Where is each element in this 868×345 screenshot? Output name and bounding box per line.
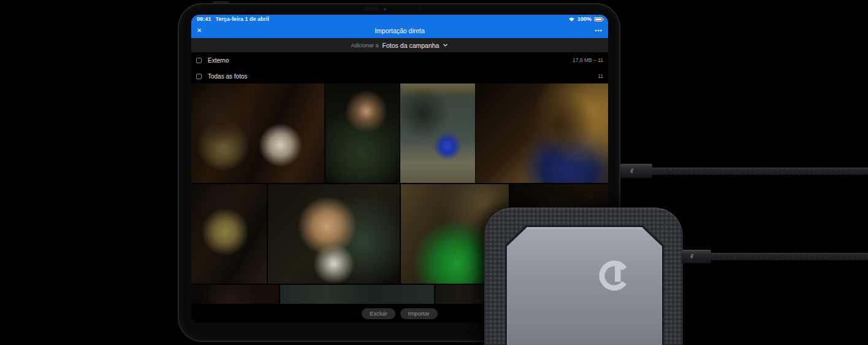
usb-connector-top [620,164,652,178]
photo-portrait-green-leather-coat[interactable] [326,83,400,183]
photo-portrait-golden-rock-wall[interactable] [476,83,608,183]
checkbox-all-photos[interactable] [196,74,202,79]
thunderbolt-icon [629,168,635,174]
front-camera-pill [364,7,379,11]
g-drive-logo [597,258,632,293]
external-ssd-drive [484,207,683,345]
page-title: Importação direta [191,27,608,34]
chevron-down-icon [443,42,448,48]
album-name: Fotos da campanha [383,42,440,49]
thunderbolt-icon [689,254,695,260]
delete-button[interactable]: Excluir [362,308,395,319]
bezel-sensor [419,7,423,11]
title-bar: ✕ Importação direta ••• [191,23,608,38]
wifi-icon [568,17,575,22]
source-detail: 17,6 MB – 11 [573,57,603,63]
status-bar: 09:41 Terça-feira 1 de abril 100% [191,15,608,23]
battery-icon [594,17,603,21]
source-label: Todas as fotos [208,73,247,80]
album-selector[interactable]: Adicionar a Fotos da campanha [191,38,608,52]
status-date: Terça-feira 1 de abril [216,16,269,22]
checkbox-external[interactable] [196,58,202,63]
photo-partial-dark-hair[interactable] [191,285,279,304]
add-to-label: Adicionar a [351,42,379,48]
usb-cable-top [650,168,868,175]
source-detail: 11 [598,73,603,79]
source-row-all-photos[interactable]: Todas as fotos 11 [191,68,608,84]
photo-closeup-green-leather-couch[interactable] [268,184,400,284]
photo-portrait-two-men-wood-interior[interactable] [191,83,324,183]
more-options-icon[interactable]: ••• [595,28,603,34]
photo-partial-green-panels[interactable] [280,285,434,304]
front-camera-lens [384,8,386,10]
status-time: 09:41 [197,16,211,22]
source-row-external[interactable]: Externo 17,6 MB – 11 [191,52,608,68]
source-label: Externo [208,57,229,64]
photo-man-blue-sweater-green-building[interactable] [400,83,475,183]
close-icon[interactable]: ✕ [197,28,202,34]
usb-connector-bottom [682,250,711,263]
import-button[interactable]: Importar [400,308,438,319]
source-list: Externo 17,6 MB – 11 Todas as fotos 11 [191,52,608,84]
photo-standing-man-olive-jacket[interactable] [191,184,267,284]
bezel-sensor-dot [411,9,413,10]
battery-percentage: 100% [577,16,592,22]
drive-metal-plate [507,227,662,345]
scene: 09:41 Terça-feira 1 de abril 100% ✕ Impo… [0,0,868,345]
usb-cable-bottom [709,253,868,260]
